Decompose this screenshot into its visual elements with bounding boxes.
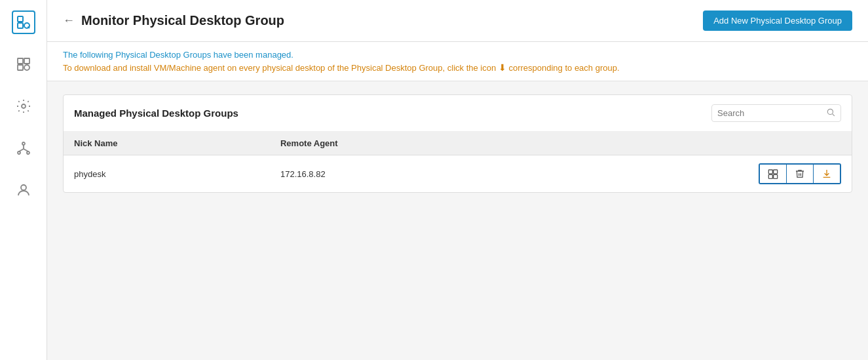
sidebar <box>0 0 47 360</box>
page-header: ← Monitor Physical Desktop Group Add New… <box>47 0 868 42</box>
svg-rect-18 <box>768 170 772 174</box>
svg-rect-5 <box>24 58 29 64</box>
sidebar-item-search[interactable] <box>12 10 35 34</box>
action-group <box>759 163 841 184</box>
sidebar-item-network[interactable] <box>12 136 35 160</box>
card-title: Managed Physical Desktop Groups <box>74 108 238 119</box>
search-input[interactable] <box>717 108 822 118</box>
info-line2: To download and install VM/Machine agent… <box>63 62 852 73</box>
svg-rect-4 <box>18 58 23 64</box>
info-line2-text-start: To download and install VM/Machine agent… <box>63 63 499 73</box>
svg-rect-19 <box>774 170 778 174</box>
cell-actions <box>521 155 852 193</box>
sidebar-item-grid[interactable] <box>12 52 35 76</box>
table-body: phydesk172.16.8.82 <box>64 155 852 193</box>
table-head: Nick Name Remote Agent <box>64 132 852 155</box>
svg-point-10 <box>18 151 20 154</box>
header-left: ← Monitor Physical Desktop Group <box>63 13 284 28</box>
col-remote-agent: Remote Agent <box>270 132 521 155</box>
managed-groups-card: Managed Physical Desktop Groups Nick Na <box>63 94 852 193</box>
svg-rect-20 <box>768 174 772 178</box>
info-section: The following Physical Desktop Groups ha… <box>47 42 868 81</box>
cell-remote-agent: 172.16.8.82 <box>270 155 521 193</box>
svg-point-15 <box>21 185 26 190</box>
back-button[interactable]: ← <box>63 14 75 28</box>
svg-rect-21 <box>774 174 778 178</box>
download-button[interactable] <box>814 165 840 183</box>
edit-button[interactable] <box>760 165 787 183</box>
main-content: ← Monitor Physical Desktop Group Add New… <box>47 0 868 360</box>
col-nick-name: Nick Name <box>64 132 270 155</box>
cell-nick-name: phydesk <box>64 155 270 193</box>
search-box[interactable] <box>711 104 841 122</box>
svg-point-7 <box>24 65 29 70</box>
table-header-row: Nick Name Remote Agent <box>64 132 852 155</box>
svg-line-17 <box>833 114 835 116</box>
svg-rect-6 <box>18 65 23 70</box>
svg-line-14 <box>24 149 28 151</box>
info-line2-text-end: corresponding to each group. <box>508 63 619 73</box>
content-area: Managed Physical Desktop Groups Nick Na <box>47 81 868 360</box>
svg-line-13 <box>19 149 24 151</box>
svg-point-8 <box>22 104 26 108</box>
table-row: phydesk172.16.8.82 <box>64 155 852 193</box>
svg-rect-1 <box>18 23 23 28</box>
sidebar-item-settings[interactable] <box>12 94 35 118</box>
search-icon <box>826 108 835 119</box>
page-title: Monitor Physical Desktop Group <box>81 13 284 28</box>
groups-table: Nick Name Remote Agent phydesk172.16.8.8… <box>64 132 852 192</box>
delete-button[interactable] <box>787 165 814 183</box>
add-new-button[interactable]: Add New Physical Desktop Group <box>703 10 852 31</box>
svg-rect-0 <box>18 16 23 22</box>
card-header: Managed Physical Desktop Groups <box>64 95 852 132</box>
download-icon-inline: ⬇ <box>499 62 506 73</box>
sidebar-item-user[interactable] <box>12 178 35 202</box>
svg-point-9 <box>22 142 25 145</box>
info-line1: The following Physical Desktop Groups ha… <box>63 50 852 60</box>
svg-point-11 <box>27 151 29 154</box>
svg-point-16 <box>827 109 833 114</box>
col-actions <box>521 132 852 155</box>
